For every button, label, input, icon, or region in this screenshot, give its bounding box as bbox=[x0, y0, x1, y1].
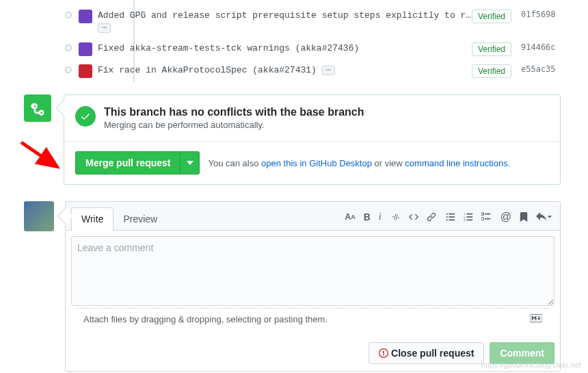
svg-text:3: 3 bbox=[464, 218, 466, 222]
formatting-toolbar: AA B i 123 @ bbox=[345, 211, 554, 227]
bold-icon[interactable]: B bbox=[364, 211, 371, 223]
italic-icon[interactable]: i bbox=[379, 211, 382, 223]
commit-sha[interactable]: 914466c bbox=[521, 42, 561, 52]
task-list-icon[interactable] bbox=[481, 211, 491, 223]
avatar[interactable] bbox=[79, 64, 92, 78]
commit-row: Fix race in AkkaProtocolSpec (akka#27431… bbox=[65, 60, 561, 82]
svg-rect-11 bbox=[466, 219, 472, 220]
commit-row: Fixed akka-stream-tests-tck warnings (ak… bbox=[65, 38, 561, 60]
heading-icon[interactable]: AA bbox=[345, 211, 356, 223]
svg-rect-13 bbox=[485, 214, 490, 215]
expand-commit-button[interactable]: … bbox=[322, 66, 335, 75]
commit-message[interactable]: Added GPG and release script prerequisit… bbox=[98, 10, 472, 34]
markdown-icon[interactable] bbox=[530, 314, 542, 324]
commit-message[interactable]: Fix race in AkkaProtocolSpec (akka#27431… bbox=[98, 64, 472, 77]
mention-icon[interactable]: @ bbox=[500, 211, 511, 223]
merge-options-dropdown[interactable] bbox=[181, 151, 200, 175]
tab-write[interactable]: Write bbox=[71, 207, 113, 231]
verified-badge[interactable]: Verified bbox=[472, 42, 511, 56]
svg-rect-4 bbox=[449, 216, 455, 218]
watermark: https://guobinhit.blog.csdn.net bbox=[481, 361, 581, 369]
svg-rect-3 bbox=[449, 214, 455, 215]
commit-sha[interactable]: e55ac35 bbox=[521, 64, 561, 74]
svg-point-0 bbox=[446, 213, 447, 214]
link-icon[interactable] bbox=[427, 211, 436, 223]
avatar[interactable] bbox=[79, 42, 92, 56]
quote-icon[interactable] bbox=[391, 211, 401, 223]
avatar[interactable] bbox=[24, 201, 54, 231]
verified-badge[interactable]: Verified bbox=[472, 10, 511, 23]
merge-status-box: This branch has no conflicts with the ba… bbox=[64, 94, 561, 185]
expand-commit-button[interactable]: … bbox=[98, 23, 111, 33]
reply-icon[interactable] bbox=[536, 211, 552, 223]
open-in-desktop-link[interactable]: open this in GitHub Desktop bbox=[261, 158, 372, 168]
commit-sha[interactable]: 01f5698 bbox=[521, 10, 561, 19]
timeline-dot-icon bbox=[65, 12, 72, 18]
svg-point-1 bbox=[446, 216, 447, 218]
merge-subtitle: Merging can be performed automatically. bbox=[104, 120, 364, 130]
saved-replies-icon[interactable] bbox=[520, 211, 528, 223]
issue-closed-icon bbox=[379, 348, 388, 358]
comment-textarea[interactable] bbox=[71, 236, 554, 306]
timeline-dot-icon bbox=[65, 44, 72, 51]
svg-rect-9 bbox=[466, 214, 472, 215]
avatar[interactable] bbox=[79, 10, 92, 23]
svg-rect-15 bbox=[485, 218, 490, 220]
command-line-instructions-link[interactable]: command line instructions bbox=[405, 158, 507, 168]
check-circle-icon bbox=[75, 106, 96, 127]
svg-point-2 bbox=[446, 219, 447, 220]
merge-status-icon bbox=[24, 94, 51, 122]
verified-badge[interactable]: Verified bbox=[472, 64, 511, 78]
svg-rect-14 bbox=[481, 218, 484, 220]
svg-rect-10 bbox=[466, 216, 472, 218]
merge-pull-request-button[interactable]: Merge pull request bbox=[75, 151, 181, 175]
close-pull-request-button[interactable]: Close pull request bbox=[369, 342, 484, 364]
timeline-dot-icon bbox=[65, 66, 72, 73]
code-icon[interactable] bbox=[409, 211, 418, 223]
bullet-list-icon[interactable] bbox=[446, 211, 455, 223]
svg-rect-5 bbox=[449, 219, 455, 220]
comment-form: Write Preview AA B i 123 bbox=[65, 201, 561, 372]
commit-row: Added GPG and release script prerequisit… bbox=[65, 5, 561, 38]
attach-hint[interactable]: Attach files by dragging & dropping, sel… bbox=[83, 314, 328, 324]
merge-title: This branch has no conflicts with the ba… bbox=[104, 106, 364, 118]
numbered-list-icon[interactable]: 123 bbox=[464, 211, 473, 223]
commit-message[interactable]: Fixed akka-stream-tests-tck warnings (ak… bbox=[98, 42, 472, 55]
tab-preview[interactable]: Preview bbox=[113, 208, 167, 230]
merge-help-text: You can also open this in GitHub Desktop… bbox=[208, 158, 510, 168]
